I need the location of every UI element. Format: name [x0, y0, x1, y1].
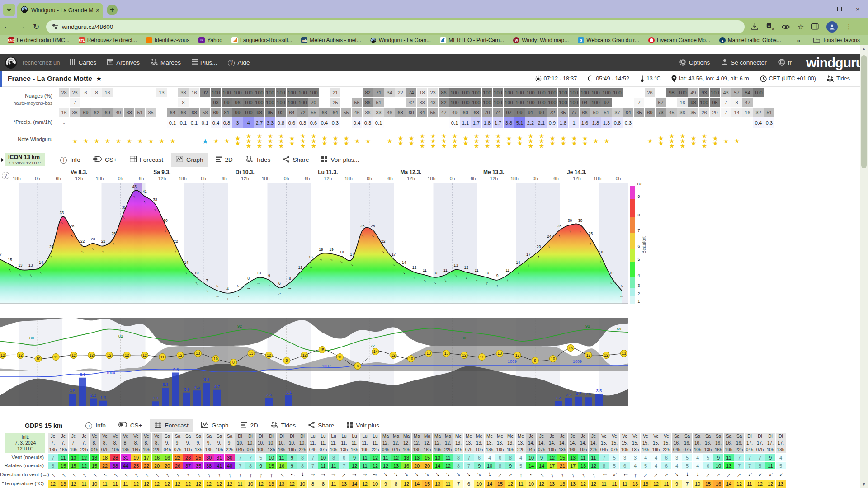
tab-cs[interactable]: CS+	[113, 419, 147, 432]
header-cell: Ma	[401, 433, 412, 440]
cloud-pressure-graph[interactable]: 8082927280928910041007100910093.58.32.21…	[0, 318, 633, 408]
reload-button[interactable]: ↻	[29, 22, 43, 32]
profile-avatar[interactable]	[826, 21, 838, 33]
header-cell: 7.	[79, 440, 90, 446]
bookmark-item[interactable]: mbMétéo Aubais - met...	[297, 36, 364, 44]
cloud-cell: 34	[384, 88, 395, 98]
browser-tab[interactable]: Windguru - La Grande Motte ×	[17, 3, 103, 18]
nav-item-aide[interactable]: ?Aide	[228, 59, 250, 66]
header-action-fr[interactable]: fr	[778, 59, 792, 67]
tab-info[interactable]: iInfo	[80, 419, 111, 432]
tab-voirplus[interactable]: Voir plus...	[342, 419, 389, 432]
gdps-model-label[interactable]: GDPS 15 km	[25, 422, 62, 429]
bookmark-item[interactable]: ▲MarineTraffic: Globa...	[716, 36, 785, 44]
bookmark-item[interactable]: MERTEO - Port-Cam...	[436, 36, 508, 44]
tab-info[interactable]: iInfo	[55, 153, 85, 167]
page-scrollbar[interactable]: ▲ ▼	[860, 45, 868, 488]
side-panel-icon[interactable]	[811, 23, 819, 30]
header-cell: 10.	[287, 440, 297, 446]
bookmark-item[interactable]: ✉Yahoo	[195, 36, 226, 44]
tab-graph[interactable]: Graph	[171, 153, 208, 167]
svg-text:15: 15	[320, 347, 325, 352]
tab-2d[interactable]: 2D	[211, 153, 238, 167]
maximize-icon[interactable]	[837, 7, 842, 11]
header-action-options[interactable]: Options	[679, 59, 710, 67]
windguru-logo[interactable]	[5, 56, 17, 69]
cloud-cell	[113, 88, 124, 98]
address-bar[interactable]: windguru.cz/48600	[46, 20, 745, 33]
bookmarks-overflow-icon[interactable]: »	[797, 37, 800, 44]
wind-direction-arrow-icon: ↑	[734, 470, 745, 480]
tab-forecast[interactable]: Forecast	[150, 419, 193, 432]
nav-item-mares[interactable]: Marées	[151, 59, 181, 66]
nav-item-plus[interactable]: Plus...	[192, 59, 217, 66]
nav-item-archives[interactable]: Archives	[107, 59, 140, 66]
nav-item-cartes[interactable]: Cartes	[70, 59, 96, 66]
forward-button[interactable]: →	[14, 22, 29, 31]
back-button[interactable]: ←	[0, 22, 14, 31]
header-cell: Je	[589, 433, 599, 440]
bookmark-item[interactable]: WWindy: Wind map...	[509, 36, 572, 44]
svg-text:15: 15	[8, 258, 12, 262]
wind-direction-arrow-icon: ↑	[661, 470, 672, 480]
close-window-icon[interactable]: ×	[854, 6, 861, 13]
svg-text:14: 14	[516, 260, 520, 265]
bookmark-item[interactable]: _Identifiez-vous	[142, 36, 193, 44]
tides-icon[interactable]	[827, 75, 834, 82]
bookmark-item[interactable]: GWebcams Grau du r...	[574, 36, 643, 44]
collapse-arrow-icon[interactable]	[1, 158, 4, 162]
tab-graph[interactable]: Graph	[196, 419, 234, 432]
tab-label: 2D	[225, 156, 233, 163]
tab-cs[interactable]: CS+	[88, 153, 122, 167]
header-cell: 12.	[422, 440, 433, 446]
scroll-down-icon[interactable]: ▼	[860, 482, 868, 487]
header-cell: Di	[235, 433, 245, 440]
bookmark-item[interactable]: Livecam Grande Mo...	[645, 36, 714, 44]
rating-cell	[742, 128, 753, 154]
browser-menu-icon[interactable]: ⋮	[845, 23, 852, 31]
wind-cell: 9	[256, 462, 266, 470]
cloud-cell: 100	[449, 88, 460, 98]
favorite-star-icon[interactable]: ★	[96, 75, 102, 83]
tab-search-button[interactable]	[3, 4, 15, 16]
new-tab-button[interactable]: +	[107, 5, 118, 15]
bookmark-item[interactable]: RTLRetrouvez le direct...	[75, 36, 141, 44]
translate-icon[interactable]: Aa	[766, 23, 774, 30]
wind-graph[interactable]: 18h0h6h12hVe 8.3.18h0h6h12hSa 9.3.18h0h6…	[0, 168, 651, 317]
cloud-cell: 63	[395, 108, 406, 117]
tab-share[interactable]: Share	[278, 153, 314, 167]
svg-text:18h: 18h	[262, 176, 270, 181]
tab-share[interactable]: Share	[303, 419, 339, 432]
bookmark-item[interactable]: RMCLe direct radio RMC...	[5, 36, 73, 44]
eye-icon[interactable]	[782, 24, 790, 30]
tab-forecast[interactable]: Forecast	[125, 153, 169, 167]
rating-cell: ★	[167, 128, 178, 154]
tab-tides[interactable]: Tides	[266, 419, 301, 432]
download-icon[interactable]	[751, 23, 759, 30]
tab-tides[interactable]: Tides	[241, 153, 276, 167]
icon-model-label[interactable]: ICON 13 km 7.3.2024 12 UTC	[5, 153, 45, 166]
bookmark-item[interactable]: Languedoc-Roussill...	[228, 36, 296, 44]
gusts-row: 8151512152238442522202026373538414078915…	[48, 462, 786, 470]
star-icon: ★	[354, 139, 360, 144]
bookmark-item[interactable]: Windguru - La Gran...	[367, 36, 434, 44]
minimize-icon[interactable]	[820, 9, 825, 9]
scroll-up-icon[interactable]: ▲	[860, 47, 868, 51]
close-tab-icon[interactable]: ×	[96, 7, 99, 14]
rating-cell	[775, 128, 786, 154]
tab-voirplus[interactable]: Voir plus...	[316, 153, 364, 167]
all-favorites-button[interactable]: Tous les favoris	[810, 36, 863, 44]
header-action-seconnecter[interactable]: Se connecter	[722, 59, 767, 67]
wind-cell: 4	[516, 454, 526, 462]
search-input[interactable]: recherchez un	[23, 59, 60, 66]
tides-link[interactable]: Tides	[836, 75, 850, 82]
accent-bar	[0, 71, 2, 87]
svg-text:11: 11	[506, 268, 510, 272]
cloud-cell: 100	[254, 88, 265, 98]
wind-cell: 5	[682, 462, 693, 470]
scrollbar-thumb[interactable]	[861, 55, 867, 168]
bookmark-star-icon[interactable]: ☆	[797, 23, 804, 31]
tab-2d[interactable]: 2D	[236, 419, 263, 432]
star-icon: ★	[268, 144, 274, 149]
temperature-cell: 14	[349, 480, 360, 488]
